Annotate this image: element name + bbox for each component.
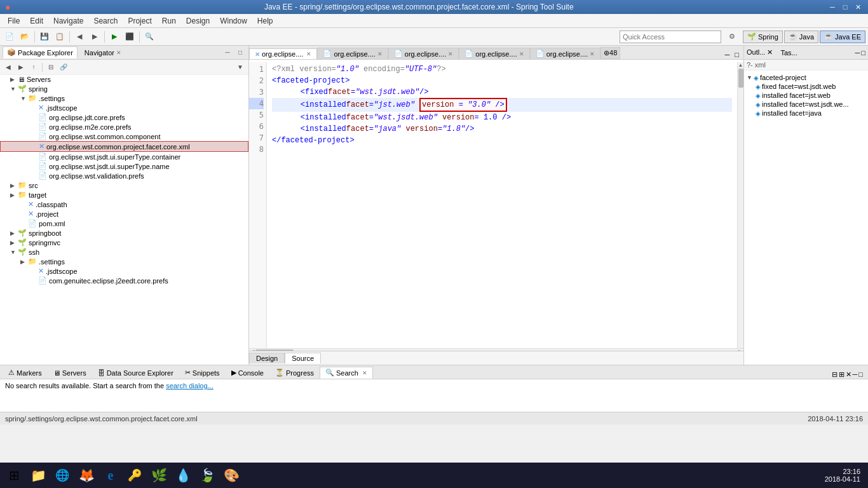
tree-item-project-file[interactable]: ▶ ✕ .project	[0, 209, 248, 219]
scrollbar-up[interactable]: ▲	[738, 62, 743, 67]
search-dialog-link[interactable]: search dialog...	[166, 382, 214, 390]
editor-tab-5[interactable]: 📄 org.eclipse.... ✕	[530, 48, 600, 59]
design-tab[interactable]: Design	[249, 353, 285, 363]
btool-btn4[interactable]: ─	[853, 370, 858, 379]
ot-fixed[interactable]: ◈ fixed facet=wst.jsdt.web	[747, 82, 865, 91]
tree-item-jsdt-container[interactable]: ▶ 📄 org.eclipse.wst.jsdt.ui.superType.co…	[0, 152, 248, 161]
editor-content[interactable]: 1 2 3 4 5 6 7 8 <?xml version="1.0" enco…	[249, 60, 743, 351]
perspective-java[interactable]: ☕ Java	[784, 30, 818, 43]
tree-item-facet-xml[interactable]: ▶ ✕ org.eclipse.wst.common.project.facet…	[0, 141, 248, 152]
menu-search[interactable]: Search	[88, 15, 123, 27]
link-editor-button[interactable]: 🔗	[58, 62, 69, 73]
tree-item-m2e-prefs[interactable]: ▶ 📄 org.eclipse.m2e.core.prefs	[0, 122, 248, 132]
tree-item-springboot[interactable]: ▶ 🌱 springboot	[0, 228, 248, 238]
tree-item-spring[interactable]: ▼ 🌱 spring	[0, 84, 248, 93]
tree-area[interactable]: ▶ 🖥 Servers ▼ 🌱 spring ▼ 📁 .settings	[0, 75, 248, 365]
forward-button[interactable]: ▶	[88, 30, 102, 44]
outline-minimize[interactable]: ─	[855, 49, 860, 57]
taskbar-app2[interactable]: 🎨	[220, 464, 243, 487]
editor-vscrollbar[interactable]: ▲	[737, 62, 743, 348]
outline-tree[interactable]: ▼ ◈ faceted-project ◈ fixed facet=wst.js…	[744, 71, 868, 365]
quick-access-input[interactable]	[623, 33, 718, 41]
search-tab-close[interactable]: ✕	[362, 370, 367, 376]
run-button[interactable]: ▶	[107, 30, 121, 44]
tree-item-jdt-prefs[interactable]: ▶ 📄 org.eclipse.jdt.core.prefs	[0, 112, 248, 122]
editor-tabs-overflow[interactable]: ⊛48	[600, 47, 620, 59]
back-button[interactable]: ◀	[72, 30, 86, 44]
btab-datasource[interactable]: 🗄 Data Source Explorer	[92, 367, 179, 379]
save-button[interactable]: 💾	[37, 30, 51, 44]
minimize-panel-button[interactable]: ─	[222, 47, 233, 58]
editor-tab-1[interactable]: ✕ org.eclipse.... ✕	[249, 48, 317, 59]
tab4-close[interactable]: ✕	[519, 51, 524, 57]
menu-help[interactable]: Help	[252, 15, 278, 27]
minimize-button[interactable]: ─	[827, 2, 837, 12]
toolbar-extra[interactable]: ⚙	[725, 30, 739, 44]
outline-maximize[interactable]: □	[861, 49, 865, 57]
editor-tab-2[interactable]: 📄 org.eclipse.... ✕	[317, 48, 388, 59]
hscroll-thumb[interactable]	[255, 349, 294, 351]
tree-item-jsdtscope[interactable]: ▶ ✕ .jsdtscope	[0, 103, 248, 112]
tab3-close[interactable]: ✕	[448, 51, 453, 57]
btab-console[interactable]: ▶ Console	[226, 367, 269, 379]
tree-item-target[interactable]: ▶ 📁 target	[0, 190, 248, 200]
taskbar-spring[interactable]: 🌿	[147, 464, 170, 487]
editor-tab-3[interactable]: 📄 org.eclipse.... ✕	[388, 48, 459, 59]
editor-maximize[interactable]: □	[733, 50, 741, 59]
tree-item-jsdt-name[interactable]: ▶ 📄 org.eclipse.wst.jsdt.ui.superType.na…	[0, 161, 248, 171]
ot-installed-java[interactable]: ◈ installed facet=java	[747, 109, 865, 118]
tab-package-explorer[interactable]: 📦 Package Explorer	[3, 46, 78, 58]
source-tab[interactable]: Source	[285, 353, 321, 363]
tree-item-springmvc[interactable]: ▶ 🌱 springmvc	[0, 238, 248, 247]
tab-navigator[interactable]: Navigator ✕	[80, 47, 126, 58]
close-button[interactable]: ✕	[853, 2, 863, 12]
editor-minimize[interactable]: ─	[723, 50, 732, 59]
perspective-spring[interactable]: 🌱 Spring	[743, 30, 783, 43]
taskbar-file-explorer[interactable]: 📁	[27, 464, 50, 487]
tree-item-ssh[interactable]: ▼ 🌱 ssh	[0, 247, 248, 257]
taskbar-firefox[interactable]: 🦊	[75, 464, 98, 487]
btool-btn3[interactable]: ✕	[846, 370, 851, 379]
btool-btn1[interactable]: ⊟	[832, 370, 837, 379]
tree-item-servers[interactable]: ▶ 🖥 Servers	[0, 75, 248, 84]
scrollbar-thumb[interactable]	[738, 69, 743, 88]
tree-item-settings[interactable]: ▼ 📁 .settings	[0, 93, 248, 103]
menu-navigate[interactable]: Navigate	[48, 15, 88, 27]
search-button[interactable]: 🔍	[142, 30, 156, 44]
open-button[interactable]: 📂	[18, 30, 32, 44]
maximize-button[interactable]: □	[840, 2, 850, 12]
menu-run[interactable]: Run	[157, 15, 181, 27]
tree-item-ssh-settings[interactable]: ▶ 📁 .settings	[0, 257, 248, 266]
taskbar-chrome[interactable]: 🌐	[51, 464, 74, 487]
maximize-panel-button[interactable]: □	[234, 47, 246, 58]
new-button[interactable]: 📄	[3, 30, 17, 44]
taskbar-app1[interactable]: 🍃	[196, 464, 219, 487]
tree-item-genuitec[interactable]: ▶ 📄 com.genuitec.eclipse.j2eedt.core.pre…	[0, 276, 248, 285]
btab-snippets[interactable]: ✂ Snippets	[179, 367, 226, 379]
tree-item-classpath[interactable]: ▶ ✕ .classpath	[0, 200, 248, 209]
code-editor[interactable]: <?xml version="1.0" encoding="UTF-8"?> <…	[267, 62, 737, 348]
btab-progress[interactable]: ⏳ Progress	[269, 367, 320, 379]
save-all-button[interactable]: 📋	[53, 30, 67, 44]
close-navigator-icon[interactable]: ✕	[116, 50, 121, 56]
collapse-all-button[interactable]: ⊟	[45, 62, 57, 73]
fwd-nav-button[interactable]: ▶	[15, 62, 27, 73]
app-icon[interactable]: ●	[5, 2, 10, 12]
menu-window[interactable]: Window	[215, 15, 252, 27]
btab-markers[interactable]: ⚠ Markers	[3, 367, 48, 379]
taskbar-baidu[interactable]: 💧	[172, 464, 194, 487]
panel-menu-button[interactable]: ▼	[234, 62, 246, 73]
outline-tab[interactable]: Outl... ✕	[747, 48, 773, 57]
tree-item-validation-prefs[interactable]: ▶ 📄 org.eclipse.wst.validation.prefs	[0, 171, 248, 180]
quick-access-box[interactable]	[620, 30, 721, 43]
editor-hscrollbar[interactable]: ◀ ▶	[249, 348, 743, 351]
btool-btn5[interactable]: □	[858, 370, 863, 379]
menu-design[interactable]: Design	[181, 15, 215, 27]
btool-btn2[interactable]: ⊞	[839, 370, 844, 379]
hscroll-track[interactable]	[255, 349, 737, 351]
back-nav-button[interactable]: ◀	[3, 62, 14, 73]
menu-file[interactable]: File	[3, 15, 25, 27]
tab2-close[interactable]: ✕	[377, 51, 383, 57]
debug-button[interactable]: ⬛	[123, 30, 137, 44]
ot-installed-wst[interactable]: ◈ installed facet=wst.jsdt.we...	[747, 100, 865, 109]
